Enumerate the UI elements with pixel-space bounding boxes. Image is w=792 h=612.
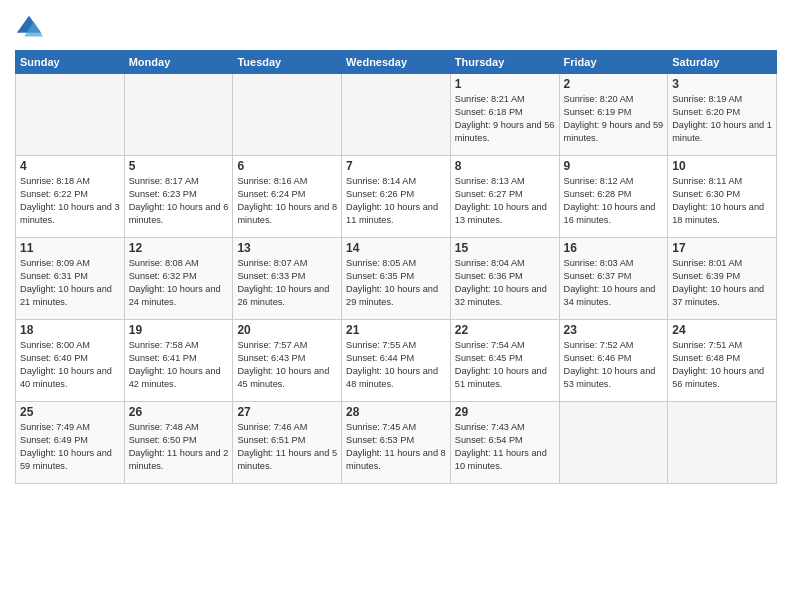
calendar-cell: 28Sunrise: 7:45 AMSunset: 6:53 PMDayligh… — [342, 402, 451, 484]
day-info: Sunrise: 8:17 AMSunset: 6:23 PMDaylight:… — [129, 175, 229, 227]
day-info: Sunrise: 8:12 AMSunset: 6:28 PMDaylight:… — [564, 175, 664, 227]
day-number: 25 — [20, 405, 120, 419]
day-info: Sunrise: 8:04 AMSunset: 6:36 PMDaylight:… — [455, 257, 555, 309]
calendar-cell: 13Sunrise: 8:07 AMSunset: 6:33 PMDayligh… — [233, 238, 342, 320]
calendar-cell: 27Sunrise: 7:46 AMSunset: 6:51 PMDayligh… — [233, 402, 342, 484]
day-info: Sunrise: 7:52 AMSunset: 6:46 PMDaylight:… — [564, 339, 664, 391]
calendar-cell: 7Sunrise: 8:14 AMSunset: 6:26 PMDaylight… — [342, 156, 451, 238]
day-number: 27 — [237, 405, 337, 419]
day-info: Sunrise: 8:05 AMSunset: 6:35 PMDaylight:… — [346, 257, 446, 309]
day-info: Sunrise: 8:01 AMSunset: 6:39 PMDaylight:… — [672, 257, 772, 309]
calendar-week-2: 4Sunrise: 8:18 AMSunset: 6:22 PMDaylight… — [16, 156, 777, 238]
calendar-cell: 24Sunrise: 7:51 AMSunset: 6:48 PMDayligh… — [668, 320, 777, 402]
calendar-cell: 3Sunrise: 8:19 AMSunset: 6:20 PMDaylight… — [668, 74, 777, 156]
day-number: 11 — [20, 241, 120, 255]
calendar-cell: 11Sunrise: 8:09 AMSunset: 6:31 PMDayligh… — [16, 238, 125, 320]
day-number: 10 — [672, 159, 772, 173]
day-info: Sunrise: 7:45 AMSunset: 6:53 PMDaylight:… — [346, 421, 446, 473]
day-number: 28 — [346, 405, 446, 419]
weekday-header-row: SundayMondayTuesdayWednesdayThursdayFrid… — [16, 51, 777, 74]
calendar-cell — [233, 74, 342, 156]
day-number: 7 — [346, 159, 446, 173]
calendar-table: SundayMondayTuesdayWednesdayThursdayFrid… — [15, 50, 777, 484]
calendar-cell: 2Sunrise: 8:20 AMSunset: 6:19 PMDaylight… — [559, 74, 668, 156]
day-info: Sunrise: 8:21 AMSunset: 6:18 PMDaylight:… — [455, 93, 555, 145]
day-info: Sunrise: 7:51 AMSunset: 6:48 PMDaylight:… — [672, 339, 772, 391]
day-number: 12 — [129, 241, 229, 255]
day-number: 26 — [129, 405, 229, 419]
calendar-cell: 20Sunrise: 7:57 AMSunset: 6:43 PMDayligh… — [233, 320, 342, 402]
day-info: Sunrise: 7:57 AMSunset: 6:43 PMDaylight:… — [237, 339, 337, 391]
page: SundayMondayTuesdayWednesdayThursdayFrid… — [0, 0, 792, 612]
day-number: 4 — [20, 159, 120, 173]
calendar-cell: 12Sunrise: 8:08 AMSunset: 6:32 PMDayligh… — [124, 238, 233, 320]
day-number: 13 — [237, 241, 337, 255]
calendar-cell: 29Sunrise: 7:43 AMSunset: 6:54 PMDayligh… — [450, 402, 559, 484]
day-number: 24 — [672, 323, 772, 337]
calendar-cell: 14Sunrise: 8:05 AMSunset: 6:35 PMDayligh… — [342, 238, 451, 320]
day-number: 16 — [564, 241, 664, 255]
day-info: Sunrise: 7:58 AMSunset: 6:41 PMDaylight:… — [129, 339, 229, 391]
day-info: Sunrise: 8:18 AMSunset: 6:22 PMDaylight:… — [20, 175, 120, 227]
calendar-week-1: 1Sunrise: 8:21 AMSunset: 6:18 PMDaylight… — [16, 74, 777, 156]
day-info: Sunrise: 8:20 AMSunset: 6:19 PMDaylight:… — [564, 93, 664, 145]
calendar-cell — [16, 74, 125, 156]
day-number: 2 — [564, 77, 664, 91]
calendar-cell — [342, 74, 451, 156]
weekday-sunday: Sunday — [16, 51, 125, 74]
calendar-cell: 17Sunrise: 8:01 AMSunset: 6:39 PMDayligh… — [668, 238, 777, 320]
day-info: Sunrise: 8:14 AMSunset: 6:26 PMDaylight:… — [346, 175, 446, 227]
calendar-cell: 18Sunrise: 8:00 AMSunset: 6:40 PMDayligh… — [16, 320, 125, 402]
day-info: Sunrise: 7:49 AMSunset: 6:49 PMDaylight:… — [20, 421, 120, 473]
day-number: 21 — [346, 323, 446, 337]
calendar-week-4: 18Sunrise: 8:00 AMSunset: 6:40 PMDayligh… — [16, 320, 777, 402]
weekday-wednesday: Wednesday — [342, 51, 451, 74]
logo-icon — [15, 14, 43, 42]
calendar-week-5: 25Sunrise: 7:49 AMSunset: 6:49 PMDayligh… — [16, 402, 777, 484]
day-info: Sunrise: 8:09 AMSunset: 6:31 PMDaylight:… — [20, 257, 120, 309]
day-number: 9 — [564, 159, 664, 173]
calendar-cell: 1Sunrise: 8:21 AMSunset: 6:18 PMDaylight… — [450, 74, 559, 156]
day-info: Sunrise: 7:55 AMSunset: 6:44 PMDaylight:… — [346, 339, 446, 391]
calendar-cell: 19Sunrise: 7:58 AMSunset: 6:41 PMDayligh… — [124, 320, 233, 402]
calendar-cell: 26Sunrise: 7:48 AMSunset: 6:50 PMDayligh… — [124, 402, 233, 484]
day-number: 18 — [20, 323, 120, 337]
weekday-monday: Monday — [124, 51, 233, 74]
day-number: 5 — [129, 159, 229, 173]
calendar-cell: 9Sunrise: 8:12 AMSunset: 6:28 PMDaylight… — [559, 156, 668, 238]
day-info: Sunrise: 8:13 AMSunset: 6:27 PMDaylight:… — [455, 175, 555, 227]
day-number: 17 — [672, 241, 772, 255]
day-info: Sunrise: 8:03 AMSunset: 6:37 PMDaylight:… — [564, 257, 664, 309]
day-info: Sunrise: 8:19 AMSunset: 6:20 PMDaylight:… — [672, 93, 772, 145]
day-number: 1 — [455, 77, 555, 91]
calendar-cell: 23Sunrise: 7:52 AMSunset: 6:46 PMDayligh… — [559, 320, 668, 402]
day-number: 22 — [455, 323, 555, 337]
day-info: Sunrise: 8:00 AMSunset: 6:40 PMDaylight:… — [20, 339, 120, 391]
day-number: 19 — [129, 323, 229, 337]
weekday-saturday: Saturday — [668, 51, 777, 74]
day-info: Sunrise: 8:11 AMSunset: 6:30 PMDaylight:… — [672, 175, 772, 227]
day-number: 3 — [672, 77, 772, 91]
day-number: 20 — [237, 323, 337, 337]
calendar-week-3: 11Sunrise: 8:09 AMSunset: 6:31 PMDayligh… — [16, 238, 777, 320]
weekday-thursday: Thursday — [450, 51, 559, 74]
day-info: Sunrise: 7:46 AMSunset: 6:51 PMDaylight:… — [237, 421, 337, 473]
calendar-cell: 22Sunrise: 7:54 AMSunset: 6:45 PMDayligh… — [450, 320, 559, 402]
day-info: Sunrise: 8:08 AMSunset: 6:32 PMDaylight:… — [129, 257, 229, 309]
calendar-cell: 6Sunrise: 8:16 AMSunset: 6:24 PMDaylight… — [233, 156, 342, 238]
day-number: 23 — [564, 323, 664, 337]
calendar-cell: 8Sunrise: 8:13 AMSunset: 6:27 PMDaylight… — [450, 156, 559, 238]
logo — [15, 14, 47, 42]
day-info: Sunrise: 7:54 AMSunset: 6:45 PMDaylight:… — [455, 339, 555, 391]
calendar-cell: 21Sunrise: 7:55 AMSunset: 6:44 PMDayligh… — [342, 320, 451, 402]
day-number: 15 — [455, 241, 555, 255]
calendar-cell: 5Sunrise: 8:17 AMSunset: 6:23 PMDaylight… — [124, 156, 233, 238]
calendar-cell: 10Sunrise: 8:11 AMSunset: 6:30 PMDayligh… — [668, 156, 777, 238]
day-number: 8 — [455, 159, 555, 173]
calendar-cell — [668, 402, 777, 484]
day-info: Sunrise: 8:07 AMSunset: 6:33 PMDaylight:… — [237, 257, 337, 309]
calendar-cell: 4Sunrise: 8:18 AMSunset: 6:22 PMDaylight… — [16, 156, 125, 238]
header — [15, 10, 777, 42]
day-number: 14 — [346, 241, 446, 255]
weekday-friday: Friday — [559, 51, 668, 74]
